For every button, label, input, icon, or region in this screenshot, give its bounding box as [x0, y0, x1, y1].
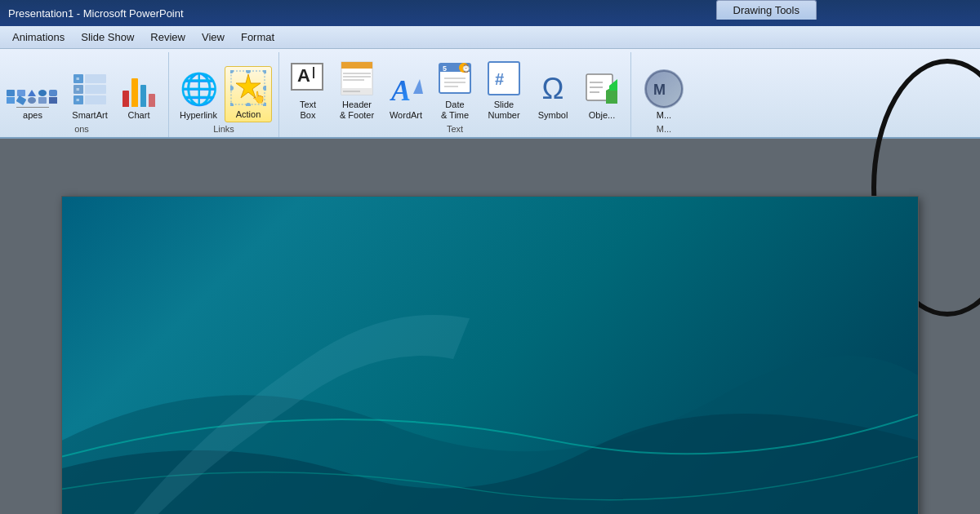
menu-bar: Animations Slide Show Review View Format: [0, 26, 980, 49]
svg-text:M: M: [653, 82, 666, 98]
links-buttons: 🌐 Hyperlink: [176, 55, 272, 122]
svg-marker-31: [413, 79, 423, 94]
illustrations-buttons: apes ≡ ≡ ≡: [2, 55, 162, 122]
menu-slideshow[interactable]: Slide Show: [73, 29, 142, 46]
svg-rect-3: [85, 74, 106, 83]
svg-rect-5: [85, 95, 106, 104]
headerfooter-label: Header& Footer: [340, 100, 374, 121]
object-label: Obje...: [589, 110, 615, 121]
smartart-label: SmartArt: [72, 110, 107, 121]
datetime-button[interactable]: 5 ⌚ Date& Time: [433, 57, 477, 122]
ribbon-group-illustrations: apes ≡ ≡ ≡: [0, 52, 169, 137]
ribbon-group-text: A TextBox: [279, 52, 631, 137]
svg-text:≡: ≡: [76, 76, 79, 82]
svg-point-13: [230, 103, 234, 106]
shapes-button[interactable]: apes: [2, 86, 64, 122]
svg-text:👆: 👆: [252, 91, 266, 104]
links-group-label: Links: [176, 122, 272, 135]
menu-view[interactable]: View: [194, 29, 233, 46]
datetime-label: Date& Time: [441, 100, 469, 121]
symbol-label: Symbol: [538, 110, 568, 121]
slide-background-svg: [62, 197, 918, 514]
hyperlink-button[interactable]: 🌐 Hyperlink: [176, 68, 221, 122]
action-button[interactable]: 👆 Action: [225, 66, 272, 122]
action-label: Action: [236, 109, 261, 120]
ribbon-group-media: M M... M...: [631, 52, 697, 137]
wordart-button[interactable]: A WordArt: [384, 68, 428, 122]
svg-text:⌚: ⌚: [461, 64, 471, 73]
textbox-button[interactable]: A TextBox: [286, 57, 330, 122]
svg-point-10: [230, 70, 234, 73]
headerfooter-button[interactable]: Header& Footer: [335, 57, 379, 122]
svg-text:#: #: [495, 70, 504, 88]
main-content: [0, 139, 980, 514]
menu-animations[interactable]: Animations: [4, 29, 73, 46]
menu-format[interactable]: Format: [233, 29, 283, 46]
slide-container: [0, 139, 980, 514]
media-button[interactable]: M M...: [641, 68, 687, 122]
svg-point-14: [246, 103, 251, 106]
chart-button[interactable]: Chart: [116, 68, 162, 122]
textbox-label: TextBox: [300, 100, 316, 121]
object-button[interactable]: Obje...: [580, 68, 624, 122]
media-label: M...: [657, 110, 671, 121]
ribbon-group-links: 🌐 Hyperlink: [169, 52, 279, 137]
text-group-label: Text: [286, 122, 624, 135]
slide-canvas[interactable]: [61, 196, 919, 514]
text-buttons: A TextBox: [286, 55, 624, 122]
title-bar: Presentation1 - Microsoft PowerPoint Dra…: [0, 0, 980, 26]
slidenumber-button[interactable]: # SlideNumber: [482, 57, 526, 122]
svg-rect-24: [341, 62, 372, 69]
illustrations-group-label: ons: [2, 122, 162, 135]
svg-text:≡: ≡: [76, 86, 79, 92]
ribbon: apes ≡ ≡ ≡: [0, 49, 980, 139]
shapes-label: apes: [23, 110, 42, 121]
svg-point-12: [263, 70, 266, 73]
wordart-label: WordArt: [390, 110, 422, 121]
svg-text:A: A: [297, 65, 310, 86]
symbol-button[interactable]: Ω Symbol: [531, 68, 575, 122]
svg-point-16: [230, 86, 234, 91]
slidenumber-label: SlideNumber: [488, 100, 519, 121]
drawing-tools-tab[interactable]: Drawing Tools: [716, 0, 817, 20]
smartart-button[interactable]: ≡ ≡ ≡ SmartArt: [67, 68, 113, 122]
svg-text:A: A: [390, 74, 411, 107]
media-group-label: M...: [638, 122, 690, 135]
media-buttons: M M...: [641, 55, 687, 122]
chart-label: Chart: [128, 110, 150, 121]
svg-text:≡: ≡: [76, 97, 79, 103]
ribbon-content: apes ≡ ≡ ≡: [0, 49, 980, 139]
hyperlink-label: Hyperlink: [180, 110, 217, 121]
window-title: Presentation1 - Microsoft PowerPoint: [8, 7, 184, 20]
svg-rect-4: [85, 85, 106, 94]
menu-review[interactable]: Review: [142, 29, 194, 46]
svg-text:5: 5: [443, 64, 447, 73]
